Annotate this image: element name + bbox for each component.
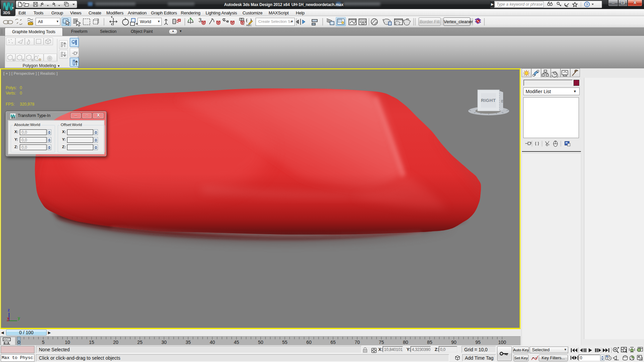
svg-text:?: ?: [586, 3, 588, 7]
svg-text:80: 80: [403, 340, 408, 345]
svg-text:ABC: ABC: [246, 24, 252, 27]
svg-text:z: z: [8, 308, 10, 312]
svg-text:40: 40: [210, 340, 215, 345]
svg-text:95: 95: [475, 340, 481, 345]
svg-text:10: 10: [65, 340, 70, 345]
svg-text:15: 15: [89, 340, 94, 345]
svg-text:y: y: [18, 316, 20, 320]
svg-text:5: 5: [42, 340, 45, 345]
svg-text:45: 45: [234, 340, 239, 345]
svg-text:30: 30: [161, 340, 167, 345]
svg-text:B: B: [501, 99, 504, 103]
svg-text:x: x: [7, 316, 9, 321]
svg-text:70: 70: [355, 340, 360, 345]
svg-text:100: 100: [498, 340, 506, 345]
svg-text:0: 0: [18, 340, 20, 345]
svg-text:3: 3: [199, 17, 202, 23]
svg-text:3DS: 3DS: [11, 117, 15, 119]
svg-text:85: 85: [427, 340, 432, 345]
svg-text:25: 25: [137, 340, 143, 345]
svg-text:90: 90: [451, 340, 457, 345]
svg-text:35: 35: [185, 340, 191, 345]
svg-text:60: 60: [306, 340, 312, 345]
svg-text:50: 50: [258, 340, 263, 345]
svg-text:65: 65: [330, 340, 336, 345]
svg-text:20: 20: [113, 340, 118, 345]
svg-text:75: 75: [379, 340, 384, 345]
svg-text:RIGHT: RIGHT: [481, 98, 496, 103]
svg-text:55: 55: [282, 340, 287, 345]
